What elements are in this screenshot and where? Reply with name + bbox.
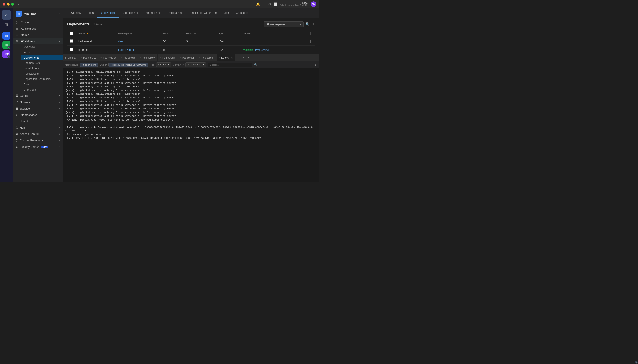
sidebar-item-cluster[interactable]: ⬡ Cluster (13, 20, 62, 26)
deployments-bottom-tab-close[interactable]: ✕ (231, 56, 233, 59)
tab-cron-jobs[interactable]: Cron Jobs (233, 8, 252, 18)
tab-overview[interactable]: Overview (66, 8, 84, 18)
collapse-terminal-button[interactable]: ▲ (314, 63, 317, 66)
machine-name: Daiani-Macedo-MacBook-P... (280, 4, 308, 7)
search-button[interactable]: 🔍 (306, 22, 310, 26)
bottom-tab-terminal[interactable]: ▶ erminal (63, 54, 78, 61)
container-filter-label: Container (173, 64, 184, 66)
container-filter-select[interactable]: All containers ▾ (185, 62, 206, 67)
add-tab-button[interactable]: + (235, 56, 240, 60)
local-label: Local (280, 2, 308, 4)
sidebar-item-jobs[interactable]: Jobs (21, 82, 62, 87)
namespace-select[interactable]: All namespaces ▾ (264, 22, 304, 27)
row-2-namespace[interactable]: kube-system (118, 48, 134, 52)
sidebar-item-cron-jobs[interactable]: Cron Jobs (21, 87, 62, 92)
row-1-namespace[interactable]: demo (118, 40, 125, 43)
storage-chevron: › (59, 107, 60, 110)
sidebar-item-events[interactable]: ○ Events (13, 118, 62, 124)
terminal-search-icon[interactable]: 🔍 (254, 63, 258, 66)
cluster-co-button[interactable]: CO ⚙ (2, 41, 10, 49)
tab-stateful-sets[interactable]: Stateful Sets (142, 8, 164, 18)
sidebar-header[interactable]: MI minikube ▾ (13, 8, 62, 20)
bottom-tab-deployments[interactable]: ≡ Deploy ✕ (217, 54, 235, 61)
sidebar-item-applications[interactable]: ▦ Applications (13, 26, 62, 32)
sidebar-item-custom-resources[interactable]: ⬡ Custom Resources › (13, 137, 62, 144)
sidebar-item-nodes[interactable]: ▤ Nodes (13, 32, 62, 38)
tab-replica-sets[interactable]: Replica Sets (164, 8, 186, 18)
bottom-tab-pod-hello-3[interactable]: ≡ Pod hello-w (138, 54, 158, 61)
table-row: coredns kube-system 1/1 1 192d Available… (67, 46, 314, 54)
bottom-tab-pod-coredn-4[interactable]: ≡ Pod coredn (197, 54, 216, 61)
tab-pods[interactable]: Pods (84, 8, 97, 18)
sidebar-item-access-control[interactable]: ◉ Access Control › (13, 131, 62, 137)
helm-icon: ⬡ (16, 126, 18, 129)
maximize-window-button[interactable] (11, 3, 14, 6)
sidebar-item-workloads[interactable]: ⚙ Workloads ▾ (13, 38, 62, 44)
avatar[interactable]: DM (310, 1, 316, 7)
sidebar-cluster-icon: MI (16, 11, 22, 17)
download-button[interactable]: ⬇ (312, 22, 314, 26)
bottom-tab-pod-coredn-3[interactable]: ≡ Pod coredn (177, 54, 197, 61)
sidebar-item-namespaces[interactable]: ◈ Namespaces (13, 112, 62, 118)
sidebar-cluster-name: minikube (24, 12, 36, 16)
owner-filter-value[interactable]: ReplicaSet coredns-5d78c9869d (108, 63, 148, 67)
forward-button[interactable]: › (21, 2, 22, 6)
table-options-icon[interactable]: ⋮ (309, 32, 312, 35)
sidebar-item-deployments[interactable]: Deployments (21, 55, 62, 60)
back-button[interactable]: ‹ (18, 2, 20, 6)
badge-available: Available (242, 48, 253, 51)
sidebar-item-storage[interactable]: ☰ Storage › (13, 105, 62, 112)
custom-resources-chevron: › (59, 139, 60, 142)
sidebar-item-daemon-sets[interactable]: Daemon Sets (21, 60, 62, 66)
bottom-tab-pod-hello-2[interactable]: ≡ Pod hello-w (98, 54, 118, 61)
sidebar-item-overview[interactable]: Overview (21, 44, 62, 50)
sidebar-item-pods[interactable]: Pods (21, 50, 62, 55)
bottom-tab-pod-coredn-1[interactable]: ≡ Pod coredn (118, 54, 138, 61)
expand-panel-button[interactable]: ⤢ (240, 56, 246, 59)
main-content: Overview Pods Deployments Daemon Sets St… (63, 8, 319, 182)
row-2-checkbox[interactable] (70, 48, 73, 51)
sidebar-item-stateful-sets[interactable]: Stateful Sets (21, 66, 62, 71)
sidebar-item-replica-sets[interactable]: Replica Sets (21, 71, 62, 76)
table-actions: All namespaces ▾ 🔍 ⬇ (264, 22, 314, 27)
terminal-line: linux/arm64, go1.20, 055b2c3 (66, 133, 316, 136)
select-all-checkbox[interactable] (70, 32, 73, 35)
layers-nav-button[interactable]: ⊞ (2, 20, 11, 30)
sidebar-item-config[interactable]: ☰ Config › (13, 92, 62, 99)
cluster-ldk-button[interactable]: LDK ⚙ (2, 50, 10, 58)
close-window-button[interactable] (3, 3, 5, 6)
collapse-panel-button[interactable]: ▾ (246, 56, 251, 59)
minimize-window-button[interactable] (7, 3, 10, 6)
pod-filter-select[interactable]: All Pods ▾ (156, 62, 171, 67)
pod-coredn-1-icon: ≡ (120, 56, 122, 59)
terminal-line: [INFO] plugin/kubernetes: waiting for Ku… (66, 96, 316, 100)
tab-jobs[interactable]: Jobs (220, 8, 232, 18)
cluster-mi-button[interactable]: MI ⚙ (2, 32, 10, 40)
sidebar-item-security-center[interactable]: ◈ Security Center NEW › (13, 144, 62, 150)
namespace-filter-value[interactable]: kube-system (80, 63, 98, 67)
row-1-checkbox[interactable] (70, 40, 73, 42)
jobs-sub-label: Jobs (24, 83, 29, 86)
terminal-search-input[interactable] (208, 62, 252, 67)
titlebar: ‹ › ⌂ 🔔 ＋ ⚙ ⬜ Local Daiani-Macedo-MacBoo… (0, 0, 319, 8)
tab-replication-controllers[interactable]: Replication Controllers (186, 8, 220, 18)
storage-icon: ☰ (16, 107, 18, 110)
home-nav-button[interactable]: ⌂ (2, 10, 11, 20)
namespace-select-value: All namespaces (266, 23, 285, 26)
row-2-options[interactable]: ⋮ (309, 48, 312, 52)
sidebar-item-helm[interactable]: ⬡ Helm › (13, 124, 62, 131)
bottom-tab-pod-coredn-2[interactable]: ≡ Pod coredn (158, 54, 177, 61)
bottom-tabs: ▶ erminal ≡ Pod hello-w ≡ Pod hello-w ≡ … (63, 54, 319, 61)
row-1-options[interactable]: ⋮ (309, 40, 312, 43)
titlebar-info: Local Daiani-Macedo-MacBook-P... (280, 2, 308, 7)
workloads-icon: ⚙ (16, 40, 19, 43)
home-nav-icon: ⌂ (5, 13, 8, 18)
sidebar-item-replication-controllers[interactable]: Replication Controllers (21, 76, 62, 82)
bottom-tab-pod-hello-1[interactable]: ≡ Pod hello-w (78, 54, 98, 61)
cluster-mi-badge: MI (2, 32, 10, 40)
tab-daemon-sets[interactable]: Daemon Sets (120, 8, 142, 18)
pod-filter-chevron: ▾ (168, 63, 169, 66)
sidebar-item-network[interactable]: ⬡ Network › (13, 99, 62, 105)
terminal-line: [INFO] plugin/kubernetes: waiting for Ku… (66, 74, 316, 78)
tab-deployments[interactable]: Deployments (97, 8, 120, 18)
